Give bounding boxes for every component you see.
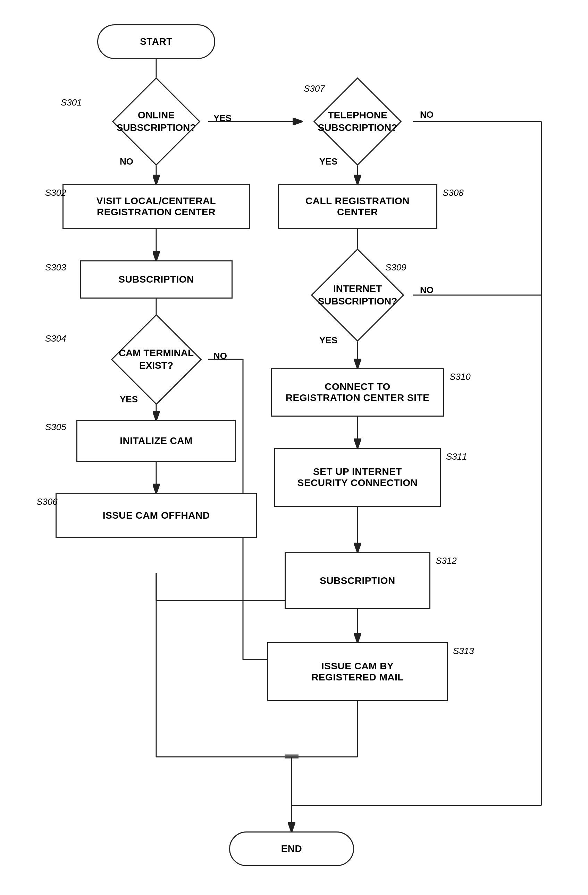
s313-shape: ISSUE CAM BYREGISTERED MAIL: [267, 642, 448, 701]
s308-label: CALL REGISTRATIONCENTER: [305, 196, 409, 218]
s307-step: S307: [304, 83, 325, 94]
s305-shape: INITALIZE CAM: [76, 420, 236, 462]
s309-step: S309: [385, 262, 406, 273]
start-shape: START: [97, 24, 215, 59]
s309-no-label: NO: [420, 285, 433, 296]
s305-step: S305: [45, 422, 66, 432]
s304-step: S304: [45, 333, 66, 344]
s301-yes-label: YES: [214, 113, 232, 124]
s311-step: S311: [446, 451, 467, 462]
s309-label: INTERNETSUBSCRIPTION?: [318, 282, 397, 308]
s303-label: SUBSCRIPTION: [118, 274, 194, 285]
flowchart-diagram: START ONLINESUBSCRIPTION? S301 YES NO VI…: [0, 0, 588, 895]
s303-step: S303: [45, 262, 66, 273]
s308-shape: CALL REGISTRATIONCENTER: [278, 184, 437, 229]
s312-label: SUBSCRIPTION: [320, 575, 396, 586]
start-label: START: [140, 36, 173, 47]
s304-yes-label: YES: [120, 394, 138, 405]
s313-step: S313: [453, 646, 474, 657]
s301-no-label: NO: [120, 156, 133, 167]
end-shape: END: [229, 831, 354, 866]
s301-diamond-container: ONLINESUBSCRIPTION?: [78, 92, 234, 151]
s306-shape: ISSUE CAM OFFHAND: [56, 493, 257, 538]
s310-step: S310: [450, 372, 471, 382]
s310-shape: CONNECT TOREGISTRATION CENTER SITE: [271, 368, 444, 417]
s309-yes-label: YES: [319, 335, 337, 346]
s304-label: CAM TERMINALEXIST?: [119, 347, 194, 372]
s305-label: INITALIZE CAM: [120, 435, 192, 446]
s312-step: S312: [436, 555, 457, 566]
end-label: END: [281, 843, 302, 854]
s301-label: ONLINESUBSCRIPTION?: [117, 109, 196, 134]
s310-label: CONNECT TOREGISTRATION CENTER SITE: [286, 381, 429, 404]
s302-step: S302: [45, 188, 66, 198]
s303-shape: SUBSCRIPTION: [80, 260, 233, 299]
s301-step: S301: [61, 97, 82, 108]
s304-no-label: NO: [214, 350, 227, 361]
s307-label: TELEPHONESUBSCRIPTION?: [318, 109, 397, 134]
s306-label: ISSUE CAM OFFHAND: [103, 510, 210, 521]
s306-step: S306: [36, 496, 58, 507]
s311-label: SET UP INTERNETSECURITY CONNECTION: [297, 466, 418, 488]
s313-label: ISSUE CAM BYREGISTERED MAIL: [311, 661, 404, 683]
s309-diamond-container: INTERNETSUBSCRIPTION?: [285, 260, 430, 330]
s308-step: S308: [443, 188, 464, 198]
s312-shape: SUBSCRIPTION: [285, 552, 430, 609]
s307-yes-label: YES: [319, 156, 337, 167]
s311-shape: SET UP INTERNETSECURITY CONNECTION: [274, 448, 441, 507]
s302-label: VISIT LOCAL/CENTERALREGISTRATION CENTER: [97, 196, 216, 218]
s307-diamond-container: TELEPHONESUBSCRIPTION?: [285, 92, 430, 151]
s302-shape: VISIT LOCAL/CENTERALREGISTRATION CENTER: [62, 184, 250, 229]
s307-no-label: NO: [420, 109, 433, 120]
s304-diamond-container: CAM TERMINALEXIST?: [76, 330, 236, 389]
